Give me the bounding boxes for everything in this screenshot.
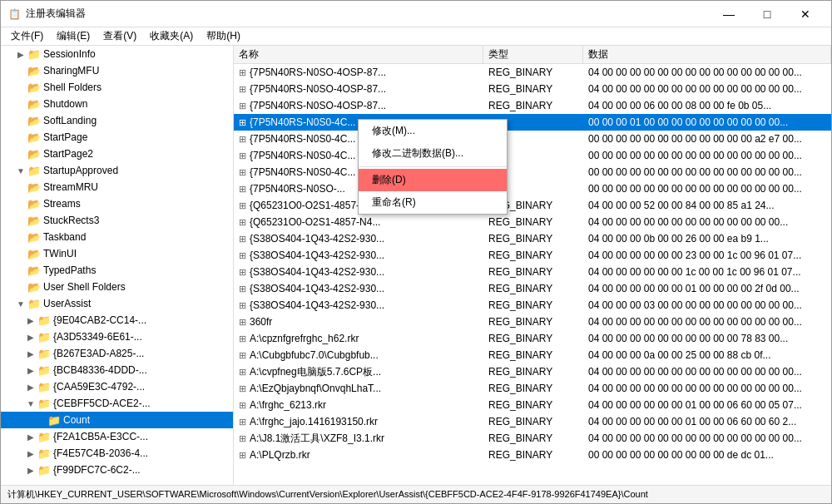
tree-item-count[interactable]: 📁Count: [1, 412, 233, 428]
menu-help[interactable]: 帮助(H): [200, 27, 247, 45]
expand-icon[interactable]: ▶: [14, 50, 27, 59]
tree-item-sessioninfo[interactable]: ▶📁SessionInfo: [1, 46, 233, 62]
tree-item-bcb48336[interactable]: ▶📁{BCB48336-4DDD-...: [1, 362, 233, 378]
col-header-type[interactable]: 类型: [483, 46, 583, 63]
expand-icon[interactable]: ▶: [24, 316, 37, 325]
tree-item-softlanding[interactable]: 📂SoftLanding: [1, 112, 233, 129]
list-row[interactable]: ⊞{S38OS404-1Q43-42S2-930...REG_BINARY04 …: [234, 297, 831, 314]
tree-item-taskband[interactable]: 📂Taskband: [1, 229, 233, 245]
list-row[interactable]: ⊞{7P5N40RS-N0SO-4OSP-87...REG_BINARY04 0…: [234, 97, 831, 114]
folder-icon: 📂: [27, 82, 41, 94]
expand-icon[interactable]: ▶: [24, 349, 37, 358]
tree-item-f4e57c4b[interactable]: ▶📁{F4E57C4B-2036-4...: [1, 445, 233, 462]
tree-panel[interactable]: ▶📁SessionInfo📂SharingMFU📂Shell Folders📂S…: [1, 46, 234, 485]
tree-item-startpage[interactable]: 📂StartPage: [1, 129, 233, 146]
tree-item-sharingmfu[interactable]: 📂SharingMFU: [1, 62, 233, 79]
tree-item-startupapproved[interactable]: ▼📁StartupApproved: [1, 162, 233, 179]
expand-icon[interactable]: ▼: [14, 166, 27, 175]
cell-data: 00 00 00 00 00 00 00 00 00 00 00 00 00 0…: [583, 149, 831, 162]
list-row[interactable]: ⊞360frREG_BINARY04 00 00 00 00 00 00 00 …: [234, 314, 831, 330]
folder-icon: 📁: [47, 414, 61, 427]
reg-value-icon: ⊞: [239, 450, 246, 461]
list-row[interactable]: ⊞{7P5N40RS-N0SO-...00 00 00 00 00 00 00 …: [234, 180, 831, 197]
menu-edit[interactable]: 编辑(E): [50, 27, 97, 45]
folder-icon: 📁: [37, 381, 51, 393]
list-row[interactable]: ⊞{7P5N40RS-N0S0-4C...00 00 00 00 00 00 0…: [234, 147, 831, 164]
ctx-item-modify-binary[interactable]: 修改二进制数据(B)...: [359, 142, 507, 165]
minimize-button[interactable]: —: [710, 1, 748, 27]
list-body[interactable]: ⊞{7P5N40RS-N0SO-4OSP-87...REG_BINARY04 0…: [234, 64, 831, 485]
tree-item-cebff5cd[interactable]: ▼📁{CEBFF5CD-ACE2-...: [1, 395, 233, 412]
list-row[interactable]: ⊞A:\cpznfgrefrghc_h62.rkrREG_BINARY04 00…: [234, 330, 831, 347]
cell-data: 04 00 00 00 00 00 00 00 00 00 00 00 00 0…: [583, 315, 831, 329]
cell-data: 04 00 00 00 00 00 00 00 00 00 00 00 00 0…: [583, 432, 831, 445]
cell-data: 04 00 00 00 00 00 00 23 00 00 1c 00 96 0…: [583, 249, 831, 262]
cell-name: ⊞{S38OS404-1Q43-42S2-930...: [234, 249, 483, 262]
list-row[interactable]: ⊞{Q65231O0-O2S1-4857-N4...REG_BINARY04 0…: [234, 214, 831, 230]
folder-icon: 📂: [27, 65, 41, 77]
tree-item-label: User Shell Folders: [43, 281, 126, 293]
tree-item-label: StreamMRU: [43, 181, 98, 193]
tree-item-stuckracts3[interactable]: 📂StuckRects3: [1, 212, 233, 229]
tree-item-b267e3ad[interactable]: ▶📁{B267E3AD-A825-...: [1, 345, 233, 362]
main-area: ▶📁SessionInfo📂SharingMFU📂Shell Folders📂S…: [1, 46, 831, 485]
tree-item-usershellfolders[interactable]: 📂User Shell Folders: [1, 279, 233, 295]
list-row[interactable]: ⊞A:\cvpfneg电脑版5.7.6CP板...REG_BINARY04 00…: [234, 363, 831, 380]
cell-type: REG_BINARY: [483, 332, 583, 345]
tree-item-9e04cab2[interactable]: ▶📁{9E04CAB2-CC14-...: [1, 312, 233, 329]
list-row[interactable]: ⊞{7P5N40RS-N0S0-4C...00 00 00 00 00 00 0…: [234, 164, 831, 180]
cell-name-text: {S38OS404-1Q43-42S2-930...: [250, 299, 384, 311]
list-row[interactable]: ⊞{S38OS404-1Q43-42S2-930...REG_BINARY04 …: [234, 230, 831, 247]
tree-item-label: {B267E3AD-A825-...: [53, 348, 144, 359]
list-row[interactable]: ⊞A:\frghc_6213.rkrREG_BINARY04 00 00 00 …: [234, 397, 831, 413]
cell-name-text: {7P5N40RS-N0S0-4C...: [250, 166, 355, 178]
list-row[interactable]: ⊞A:\EzQbjaybnqf\OnvqhLhaT...REG_BINARY04…: [234, 380, 831, 397]
tree-item-shutdown[interactable]: 📂Shutdown: [1, 96, 233, 112]
list-row[interactable]: ⊞{7P5N40RS-N0S0-4C...00 00 00 01 00 00 0…: [234, 114, 831, 131]
ctx-item-delete[interactable]: 删除(D): [359, 169, 507, 191]
expand-icon[interactable]: ▶: [24, 449, 37, 458]
expand-icon[interactable]: ▶: [24, 432, 37, 442]
expand-icon[interactable]: ▶: [24, 383, 37, 392]
ctx-item-modify[interactable]: 修改(M)...: [359, 120, 507, 142]
menu-favorites[interactable]: 收藏夹(A): [143, 27, 200, 45]
list-row[interactable]: ⊞A:\J8.1激活工具\XZF8_I3.1.rkrREG_BINARY04 0…: [234, 430, 831, 447]
maximize-button[interactable]: □: [748, 1, 786, 27]
list-row[interactable]: ⊞{Q65231O0-O2S1-4857-N4...REG_BINARY04 0…: [234, 197, 831, 214]
tree-item-a3d53349[interactable]: ▶📁{A3D53349-6E61-...: [1, 329, 233, 345]
expand-icon[interactable]: ▼: [14, 299, 27, 309]
cell-data: 04 00 00 00 0b 00 00 26 00 00 ea b9 1...: [583, 232, 831, 245]
tree-item-startpage2[interactable]: 📂StartPage2: [1, 146, 233, 162]
menu-file[interactable]: 文件(F): [4, 27, 50, 45]
list-row[interactable]: ⊞{7P5N40RS-N0S0-4C...00 00 00 00 00 00 0…: [234, 131, 831, 147]
reg-value-icon: ⊞: [239, 84, 246, 95]
tree-item-shellfolders[interactable]: 📂Shell Folders: [1, 79, 233, 96]
tree-item-streams[interactable]: 📂Streams: [1, 195, 233, 212]
expand-icon[interactable]: ▶: [24, 466, 37, 475]
list-row[interactable]: ⊞{S38OS404-1Q43-42S2-930...REG_BINARY04 …: [234, 264, 831, 280]
tree-item-streammru[interactable]: 📂StreamMRU: [1, 179, 233, 195]
menu-view[interactable]: 查看(V): [97, 27, 143, 45]
col-header-name[interactable]: 名称: [234, 46, 483, 63]
tree-item-label: SoftLanding: [43, 115, 97, 126]
cell-data: 04 00 00 00 00 00 00 00 00 00 00 00 00 0…: [583, 382, 831, 395]
list-row[interactable]: ⊞A:\PLQrzb.rkrREG_BINARY00 00 00 00 00 0…: [234, 447, 831, 463]
ctx-item-rename[interactable]: 重命名(R): [359, 191, 507, 214]
tree-item-f2a1cb5a[interactable]: ▶📁{F2A1CB5A-E3CC-...: [1, 428, 233, 445]
close-button[interactable]: ✕: [786, 1, 825, 27]
list-row[interactable]: ⊞A:\frghc_jajo.1416193150.rkrREG_BINARY0…: [234, 413, 831, 430]
list-row[interactable]: ⊞{7P5N40RS-N0SO-4OSP-87...REG_BINARY04 0…: [234, 64, 831, 81]
list-row[interactable]: ⊞{7P5N40RS-N0SO-4OSP-87...REG_BINARY04 0…: [234, 81, 831, 97]
expand-icon[interactable]: ▶: [24, 333, 37, 342]
tree-item-f99dfc7c[interactable]: ▶📁{F99DFC7C-6C2-...: [1, 462, 233, 478]
list-row[interactable]: ⊞A:\Cubgbfubc7.0\Cubgbfub...REG_BINARY04…: [234, 347, 831, 363]
list-row[interactable]: ⊞{S38OS404-1Q43-42S2-930...REG_BINARY04 …: [234, 280, 831, 297]
tree-item-userassist[interactable]: ▼📁UserAssist: [1, 295, 233, 312]
col-header-data[interactable]: 数据: [583, 46, 831, 63]
tree-item-caa59e3c[interactable]: ▶📁{CAA59E3C-4792-...: [1, 378, 233, 395]
tree-item-typedpaths[interactable]: 📂TypedPaths: [1, 262, 233, 279]
list-row[interactable]: ⊞{S38OS404-1Q43-42S2-930...REG_BINARY04 …: [234, 247, 831, 264]
expand-icon[interactable]: ▼: [24, 399, 37, 408]
tree-item-twinui[interactable]: 📂TWinUI: [1, 245, 233, 262]
expand-icon[interactable]: ▶: [24, 366, 37, 375]
